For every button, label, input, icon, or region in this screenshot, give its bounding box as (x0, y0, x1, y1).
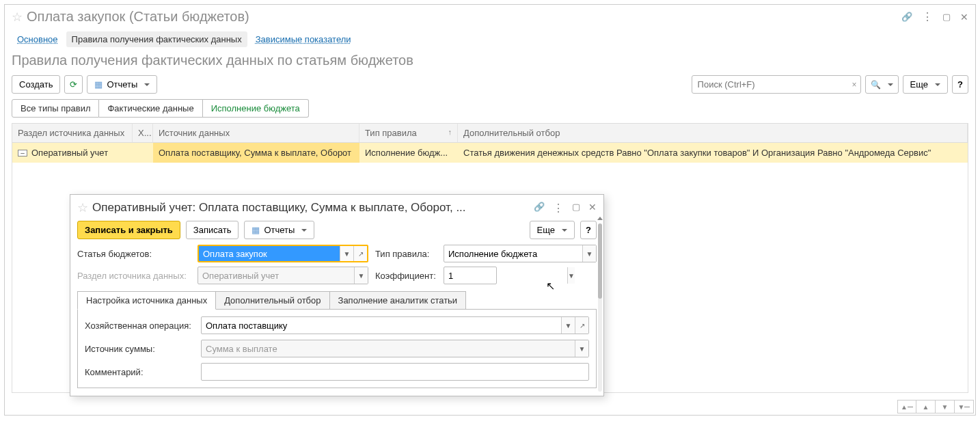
sum-source-input[interactable] (202, 340, 575, 357)
row-type-icon: – (18, 150, 27, 157)
nav-down-icon[interactable]: ▼ (936, 400, 955, 413)
sort-asc-icon: ↑ (448, 128, 452, 138)
filter-execution[interactable]: Исполнение бюджета (203, 99, 309, 118)
open-ref-icon[interactable] (575, 317, 588, 334)
search-icon (871, 79, 881, 90)
dialog-toolbar: Записать и закрыть Записать Отчеты Еще (70, 221, 603, 245)
dialog-title: Оперативный учет: Оплата поставщику, Сум… (92, 201, 534, 215)
section-field[interactable]: ▼ (198, 267, 368, 284)
more-vertical-icon[interactable] (922, 10, 933, 23)
nav-dependent[interactable]: Зависимые показатели (250, 31, 357, 47)
nav-first-icon[interactable]: ▲ (897, 400, 916, 413)
comment-field[interactable] (201, 363, 589, 381)
nav-last-icon[interactable]: ▼ (955, 400, 974, 413)
main-window: ☆ Оплата закупок (Статьи бюджетов) Основ… (4, 4, 976, 416)
grid-body: ☆ Оперативный учет: Оплата поставщику, С… (12, 163, 968, 392)
help-button[interactable] (952, 75, 968, 94)
label-section: Раздел источника данных: (77, 271, 191, 281)
subtab-filter[interactable]: Дополнительный отбор (215, 291, 329, 310)
dialog-help-icon (586, 225, 591, 235)
col-rule-type[interactable]: Тип правила↑ (359, 124, 458, 142)
subtab-panel: Хозяйственная операция: ▼ Источник суммы… (77, 309, 597, 388)
maximize-icon[interactable] (942, 12, 951, 22)
label-comment: Комментарий: (85, 367, 194, 377)
sum-source-field[interactable]: ▼ (201, 340, 589, 357)
refresh-icon (70, 79, 77, 90)
save-close-button[interactable]: Записать и закрыть (77, 221, 180, 239)
operation-field[interactable]: ▼ (201, 316, 589, 334)
label-rule-type: Тип правила: (375, 249, 437, 259)
rule-type-field[interactable]: ▼ (444, 245, 597, 262)
help-icon (957, 79, 963, 90)
dialog-subtabs: Настройка источника данных Дополнительны… (77, 291, 597, 310)
search-mode-button[interactable] (865, 75, 899, 94)
operation-input[interactable] (202, 317, 561, 334)
dialog-reports-label: Отчеты (264, 225, 295, 235)
refresh-button[interactable] (64, 75, 83, 94)
dialog-star-icon[interactable]: ☆ (77, 200, 88, 215)
search-input[interactable] (692, 75, 861, 94)
comment-input[interactable] (202, 364, 588, 380)
form-grid: Статья бюджетов: Оплата закупок ▼ Тип пр… (70, 245, 603, 284)
coefficient-field[interactable]: ▼ (444, 267, 497, 284)
chevron-down-icon[interactable]: ▼ (567, 267, 575, 284)
cell-rule-type: Исполнение бюдж... (359, 143, 458, 163)
budget-item-field[interactable]: Оплата закупок ▼ (198, 245, 368, 262)
col-filter[interactable]: Дополнительный отбор (458, 124, 968, 142)
chevron-down-icon[interactable]: ▼ (354, 267, 368, 284)
chevron-down-icon[interactable]: ▼ (340, 246, 353, 261)
col-source[interactable]: Источник данных (153, 124, 359, 142)
grid-nav-arrows: ▲ ▲ ▼ ▼ (897, 400, 974, 413)
dialog-report-icon (251, 225, 260, 235)
section-input[interactable] (198, 267, 354, 284)
dialog-close-icon[interactable] (588, 202, 597, 215)
dialog-link-icon[interactable] (534, 202, 545, 215)
report-icon (94, 79, 103, 90)
open-ref-icon[interactable] (353, 246, 367, 261)
dialog-reports-button[interactable]: Отчеты (244, 221, 314, 239)
cell-filter: Статья движения денежных средств Равно "… (458, 143, 968, 163)
scroll-up-icon[interactable] (597, 217, 603, 220)
more-button[interactable]: Еще (903, 75, 948, 94)
table-row[interactable]: –Оперативный учет Оплата поставщику, Сум… (12, 143, 968, 163)
col-section[interactable]: Раздел источника данных (12, 124, 133, 142)
dialog-scrollbar[interactable] (598, 223, 602, 392)
scrollbar-thumb[interactable] (598, 223, 602, 299)
label-sum-source: Источник суммы: (85, 344, 194, 354)
window-title: Оплата закупок (Статьи бюджетов) (27, 9, 901, 25)
subtab-source[interactable]: Настройка источника данных (77, 291, 216, 310)
page-subtitle: Правила получения фактических данных по … (5, 53, 975, 75)
coefficient-input[interactable] (444, 267, 567, 284)
label-operation: Хозяйственная операция: (85, 321, 194, 331)
rule-type-input[interactable] (444, 245, 582, 262)
nav-up-icon[interactable]: ▲ (916, 400, 936, 413)
link-icon[interactable] (901, 12, 912, 22)
chevron-down-icon[interactable]: ▼ (575, 340, 588, 357)
nav-main[interactable]: Основное (12, 31, 64, 47)
nav-rules[interactable]: Правила получения фактических данных (66, 31, 247, 47)
edit-dialog: ☆ Оперативный учет: Оплата поставщику, С… (70, 194, 604, 396)
budget-item-value: Оплата закупок (199, 246, 340, 261)
chevron-down-icon[interactable]: ▼ (561, 317, 575, 334)
data-grid: Раздел источника данных Х... Источник да… (12, 123, 968, 393)
dialog-titlebar: ☆ Оперативный учет: Оплата поставщику, С… (70, 195, 603, 221)
chevron-down-icon[interactable]: ▼ (582, 245, 596, 262)
filter-actual[interactable]: Фактические данные (99, 99, 202, 118)
nav-tabs: Основное Правила получения фактических д… (5, 29, 975, 53)
dialog-maximize-icon[interactable] (572, 202, 580, 215)
col-h[interactable]: Х... (133, 124, 153, 142)
dialog-more-icon[interactable] (553, 202, 564, 215)
titlebar: ☆ Оплата закупок (Статьи бюджетов) (5, 5, 975, 29)
close-icon[interactable] (960, 12, 968, 23)
clear-search-icon[interactable]: × (852, 80, 857, 90)
dialog-more-button[interactable]: Еще (530, 221, 575, 239)
search-wrap: × (692, 75, 861, 94)
favorite-star-icon[interactable]: ☆ (12, 10, 23, 25)
create-button[interactable]: Создать (12, 75, 60, 94)
save-button[interactable]: Записать (186, 221, 239, 239)
dialog-help-button[interactable] (580, 221, 597, 239)
reports-button[interactable]: Отчеты (87, 75, 157, 94)
filter-all[interactable]: Все типы правил (12, 99, 99, 118)
subtab-analytics[interactable]: Заполнение аналитик статьи (329, 291, 467, 310)
label-budget-item: Статья бюджетов: (77, 249, 191, 259)
